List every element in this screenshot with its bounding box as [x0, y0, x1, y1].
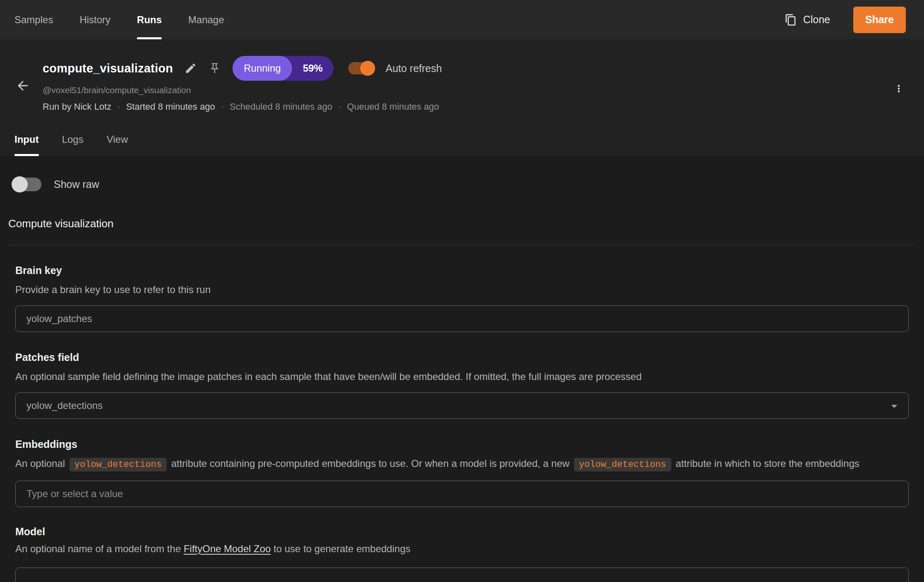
- active-tab-underline: [14, 154, 39, 156]
- nav-actions: Clone Share: [782, 0, 906, 39]
- meta-separator: ·: [338, 100, 341, 114]
- field-description: An optional yolow_detections attribute c…: [15, 455, 909, 473]
- run-header: compute_visualization Running 59%: [0, 39, 924, 123]
- patches-field-select[interactable]: yolow_detections: [15, 392, 909, 419]
- field-label: Patches field: [15, 350, 909, 364]
- edit-run-name-button[interactable]: [184, 62, 197, 75]
- nav-item-label: Samples: [14, 14, 53, 26]
- nav-item-label: History: [79, 14, 110, 26]
- description-text: An optional name of a model from the: [15, 543, 181, 554]
- nav-item-label: Runs: [137, 14, 162, 26]
- meta-separator: ·: [221, 100, 224, 114]
- auto-refresh-control: Auto refresh: [348, 62, 442, 75]
- tab-logs[interactable]: Logs: [62, 123, 84, 156]
- status-badge: Running 59%: [232, 56, 333, 81]
- toggle-knob: [360, 61, 375, 76]
- brain-key-input[interactable]: [15, 305, 909, 332]
- nav-item-history[interactable]: History: [79, 0, 110, 39]
- tab-label: View: [107, 134, 128, 145]
- run-meta-row: Run by Nick Lotz · Started 8 minutes ago…: [43, 100, 907, 114]
- primary-nav: Samples History Runs Manage: [14, 0, 224, 39]
- run-path: @voxel51/brain/compute_visualization: [43, 83, 907, 97]
- description-text: to use to generate embeddings: [273, 543, 410, 554]
- show-raw-label: Show raw: [54, 178, 99, 190]
- description-text: attribute in which to store the embeddin…: [675, 458, 859, 469]
- field-brain-key: Brain key Provide a brain key to use to …: [15, 263, 909, 332]
- dropdown-caret-icon: [887, 399, 902, 414]
- share-button[interactable]: Share: [853, 7, 906, 33]
- input-panel: Show raw Compute visualization Brain key…: [0, 156, 924, 582]
- field-embeddings: Embeddings An optional yolow_detections …: [15, 437, 909, 507]
- tab-input[interactable]: Input: [14, 123, 39, 156]
- queued-text: Queued 8 minutes ago: [347, 100, 439, 114]
- run-title: compute_visualization: [43, 62, 173, 75]
- nav-item-runs[interactable]: Runs: [137, 0, 162, 39]
- back-column: [12, 54, 43, 114]
- pin-icon: [208, 62, 221, 75]
- tab-label: Input: [14, 134, 39, 145]
- nav-item-label: Manage: [188, 14, 224, 26]
- pencil-icon: [184, 62, 197, 75]
- description-text: An optional: [15, 458, 65, 469]
- show-raw-toggle[interactable]: [12, 178, 41, 191]
- meta-separator: ·: [117, 100, 120, 114]
- embeddings-input[interactable]: [15, 481, 909, 507]
- section-divider: [8, 245, 916, 245]
- scheduled-text: Scheduled 8 minutes ago: [230, 100, 332, 114]
- clone-button-label: Clone: [803, 14, 830, 26]
- more-options-button[interactable]: [891, 81, 907, 96]
- operator-title: Compute visualization: [8, 216, 924, 231]
- nav-item-samples[interactable]: Samples: [14, 0, 53, 39]
- auto-refresh-toggle[interactable]: [348, 62, 374, 75]
- run-title-row: compute_visualization Running 59%: [43, 54, 907, 82]
- field-description: An optional sample field defining the im…: [15, 368, 909, 385]
- nav-item-manage[interactable]: Manage: [188, 0, 224, 39]
- arrow-back-icon: [15, 78, 30, 93]
- code-chip: yolow_detections: [69, 458, 167, 471]
- kebab-menu-icon: [893, 83, 904, 94]
- code-chip: yolow_detections: [574, 458, 671, 471]
- field-patches: Patches field An optional sample field d…: [15, 350, 909, 419]
- field-label: Embeddings: [15, 437, 909, 451]
- field-label: Model: [15, 524, 909, 539]
- field-description: Provide a brain key to use to refer to t…: [15, 281, 909, 298]
- tab-label: Logs: [62, 134, 84, 145]
- tab-view[interactable]: View: [107, 123, 128, 156]
- model-input[interactable]: [15, 568, 909, 582]
- run-header-main: compute_visualization Running 59%: [43, 54, 907, 114]
- pin-run-button[interactable]: [208, 62, 221, 75]
- run-by-text: Run by Nick Lotz: [43, 100, 111, 114]
- show-raw-control: Show raw: [12, 176, 924, 192]
- run-detail-tabs: Input Logs View: [0, 123, 924, 156]
- patches-field-value: yolow_detections: [26, 400, 103, 411]
- field-model: Model An optional name of a model from t…: [15, 524, 909, 582]
- field-description: An optional name of a model from the Fif…: [15, 542, 909, 556]
- started-text: Started 8 minutes ago: [126, 100, 215, 114]
- auto-refresh-label: Auto refresh: [385, 63, 442, 75]
- top-nav-bar: Samples History Runs Manage Clone Share: [0, 0, 924, 39]
- back-button[interactable]: [15, 78, 30, 93]
- model-zoo-link[interactable]: FiftyOne Model Zoo: [184, 543, 271, 554]
- clone-button[interactable]: Clone: [782, 10, 833, 30]
- status-label: Running: [232, 56, 292, 81]
- status-percent: 59%: [292, 56, 333, 81]
- copy-icon: [785, 14, 797, 26]
- description-text: attribute containing pre-computed embedd…: [171, 458, 570, 469]
- toggle-knob: [12, 176, 28, 192]
- field-label: Brain key: [15, 263, 909, 277]
